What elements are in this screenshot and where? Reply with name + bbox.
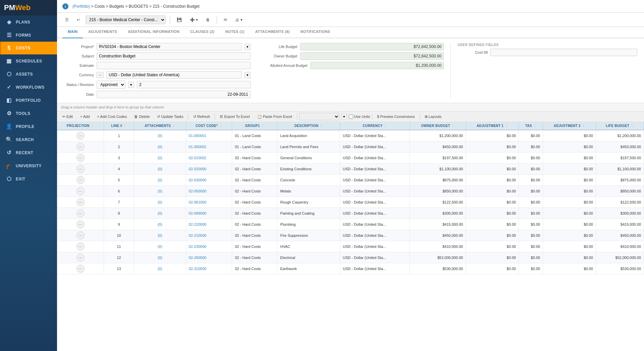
cost-code-link[interactable]: 01-000002 (189, 145, 207, 149)
row-menu-btn[interactable]: ··· (76, 143, 85, 151)
add-row-button[interactable]: + Add (77, 114, 92, 120)
currency-dropdown-btn[interactable]: ▾ (245, 72, 251, 78)
row-menu-btn[interactable]: ··· (76, 187, 85, 195)
project-select[interactable]: 215 - Boston Medical Center - Const... (86, 15, 166, 24)
attachments-link[interactable]: (0) (158, 233, 162, 237)
cost-code-link[interactable]: 02-230000 (189, 245, 207, 249)
cell-life-budget: $415,000.00 (596, 219, 644, 230)
attachments-link[interactable]: (0) (158, 178, 162, 182)
project-input[interactable] (97, 43, 242, 50)
breadcrumb-portfolio[interactable]: (Portfolio) (72, 4, 90, 9)
email-button[interactable]: ✉ (221, 16, 230, 24)
row-menu-btn[interactable]: ··· (76, 198, 85, 206)
project-dropdown-btn[interactable]: ▾ (245, 44, 251, 50)
filter-select[interactable] (299, 113, 339, 120)
attachments-link[interactable]: (0) (158, 200, 162, 204)
attachments-link[interactable]: (0) (158, 189, 162, 193)
subject-input[interactable] (97, 52, 251, 60)
row-menu-btn[interactable]: ··· (76, 254, 85, 262)
layouts-button[interactable]: ⊞ Layouts (422, 114, 444, 120)
row-menu-btn[interactable]: ··· (76, 209, 85, 217)
delete-row-button[interactable]: 🗑 Delete (131, 114, 152, 120)
save-button[interactable]: 💾 (174, 16, 184, 24)
update-tasks-button[interactable]: ↺ Update Tasks (154, 114, 186, 120)
attachments-link[interactable]: (0) (158, 222, 162, 226)
attachments-link[interactable]: (0) (158, 145, 162, 149)
sidebar-item-assets[interactable]: ⬡ ASSETS (0, 68, 57, 81)
row-menu-btn[interactable]: ··· (76, 132, 85, 140)
refresh-button[interactable]: ↺ Refresh (191, 114, 213, 120)
sidebar-item-schedules[interactable]: ▦ SCHEDULES (0, 54, 57, 68)
currency-input[interactable] (106, 71, 241, 79)
add-button[interactable]: ➕ ▾ (187, 16, 201, 24)
attachments-link[interactable]: (0) (158, 156, 162, 160)
tab-notifications[interactable]: NOTIFICATIONS (295, 27, 336, 38)
row-menu-btn[interactable]: ··· (76, 265, 85, 273)
sidebar-item-tools[interactable]: ⚙ TOOLS (0, 107, 57, 120)
cost-code-link[interactable]: 01-000001 (189, 134, 207, 138)
cost-code-link[interactable]: 02-030000 (189, 178, 207, 182)
export-button[interactable]: ☒ Export To Excel (217, 114, 252, 120)
cost-code-link[interactable]: 02-310000 (189, 267, 207, 271)
sidebar-item-workflows[interactable]: ✓ WORKFLOWS (0, 81, 57, 94)
attachments-link[interactable]: (0) (158, 267, 162, 271)
use-units-checkbox[interactable] (349, 115, 353, 119)
row-menu-btn[interactable]: ··· (76, 165, 85, 173)
sidebar-item-forms[interactable]: ☰ FORMS (0, 29, 57, 42)
edit-button[interactable]: ✏ Edit (60, 114, 75, 120)
sidebar-item-plans[interactable]: ◈ PLANS (0, 15, 57, 29)
revision-input[interactable] (137, 81, 251, 88)
row-menu-btn[interactable]: ··· (76, 231, 85, 239)
plans-icon: ◈ (6, 19, 12, 25)
paste-button[interactable]: 📋 Paste From Excel (255, 114, 295, 120)
cost-code-link[interactable]: 02-260000 (189, 256, 207, 260)
tab-main[interactable]: MAIN (62, 27, 83, 38)
tab-attachments[interactable]: ATTACHMENTS (8) (250, 27, 295, 38)
row-menu-btn[interactable]: ··· (76, 154, 85, 162)
cell-projection: ··· (57, 141, 104, 152)
row-menu-btn[interactable]: ··· (76, 243, 85, 251)
attachments-link[interactable]: (0) (158, 167, 162, 171)
attachments-link[interactable]: (0) (158, 245, 162, 249)
cost-code-link[interactable]: 02-050000 (189, 189, 207, 193)
delete-button[interactable]: 🗑 (203, 16, 213, 24)
tab-adjustments[interactable]: ADJUSTMENTS (83, 27, 122, 38)
sidebar-item-costs[interactable]: $ COSTS (0, 42, 57, 54)
cell-group1: 01 - Land Costs (232, 130, 277, 141)
cost-code-link[interactable]: 02-061000 (189, 200, 207, 204)
cell-adj1: $0.00 (466, 241, 519, 252)
row-menu-btn[interactable]: ··· (76, 176, 85, 184)
cost-code-link[interactable]: 02-210000 (189, 233, 207, 237)
filter-dropdown-btn[interactable]: ▾ (341, 114, 347, 120)
currency-info-btn[interactable]: ··· (97, 72, 104, 78)
cost-code-link[interactable]: 02-220000 (189, 222, 207, 226)
row-menu-btn[interactable]: ··· (76, 220, 85, 228)
sidebar-item-search[interactable]: 🔍 SEARCH (0, 133, 57, 146)
date-input[interactable] (97, 91, 251, 98)
info-icon[interactable]: i (62, 3, 68, 9)
attachments-link[interactable]: (0) (158, 134, 162, 138)
sidebar-item-exit[interactable]: ⬡ EXIT (0, 172, 57, 185)
attachments-link[interactable]: (0) (158, 211, 162, 215)
sidebar-item-university[interactable]: 🎓 UNIVERSITY (0, 159, 57, 172)
estimate-input[interactable] (97, 62, 251, 69)
cost-code-link[interactable]: 02-020000 (189, 167, 207, 171)
university-icon: 🎓 (6, 163, 12, 169)
cost-code-link[interactable]: 02-010002 (189, 156, 207, 160)
tab-notes[interactable]: NOTES (1) (220, 27, 250, 38)
sidebar-item-profile[interactable]: 👤 PROFILE (0, 120, 57, 133)
attachments-link[interactable]: (0) (158, 256, 162, 260)
preview-conversions-button[interactable]: $ Preview Conversions (374, 114, 418, 120)
print-button[interactable]: 🖨 ▾ (232, 16, 245, 24)
add-cost-codes-button[interactable]: + Add Cost Codes (94, 114, 129, 120)
back-button[interactable]: ↩ (74, 16, 83, 24)
tab-additional[interactable]: ADDITIONAL INFORMATION (122, 27, 185, 38)
cost-code-link[interactable]: 02-099000 (189, 211, 207, 215)
menu-button[interactable]: ☰ (62, 16, 71, 24)
status-select[interactable]: Approved (97, 81, 125, 89)
sidebar-item-recent[interactable]: ↺ RECENT (0, 146, 57, 159)
cost08-input[interactable] (490, 49, 637, 56)
tab-clauses[interactable]: CLAUSES (2) (185, 27, 220, 38)
status-dropdown-btn[interactable]: ▾ (128, 82, 134, 88)
sidebar-item-portfolio[interactable]: ◧ PORTFOLIO (0, 94, 57, 107)
